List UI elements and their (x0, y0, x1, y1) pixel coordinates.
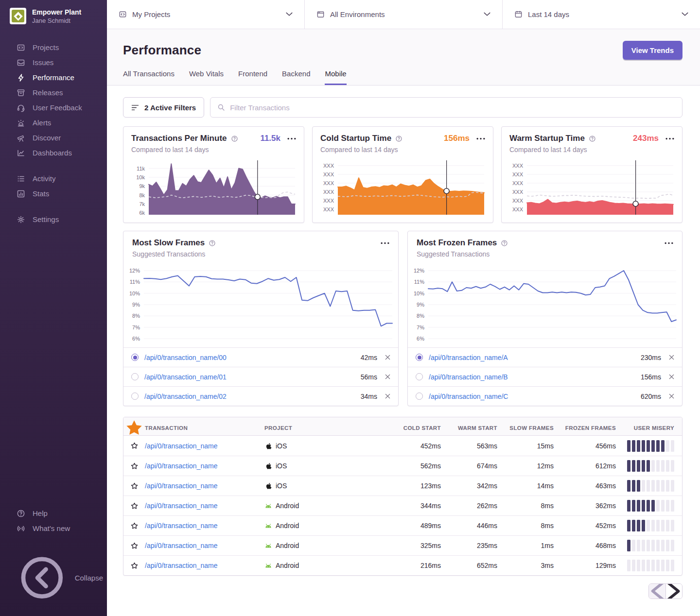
telescope-icon (17, 134, 25, 142)
project-label: iOS (276, 482, 287, 490)
environments-dropdown[interactable]: All Environments (304, 0, 502, 29)
help-icon[interactable] (395, 135, 402, 142)
misery-bar (632, 500, 635, 512)
column-header-frozen-frames[interactable]: FROZEN FRAMES (554, 425, 616, 431)
transaction-link[interactable]: /api/0/transaction_name/01 (144, 373, 227, 381)
radio-button[interactable] (131, 354, 139, 361)
radio-button[interactable] (416, 373, 423, 380)
more-options-icon[interactable] (665, 242, 673, 244)
sidebar-item-settings[interactable]: Settings (0, 212, 107, 227)
headset-icon (17, 103, 25, 112)
sidebar-item-collapse[interactable]: Collapse (0, 549, 107, 606)
card-title: Transactions Per Minute (131, 134, 227, 143)
item-value: 56ms (361, 373, 377, 381)
sidebar-item-activity[interactable]: Activity (0, 171, 107, 186)
card-subtitle: Compared to last 14 days (320, 146, 485, 154)
view-trends-button[interactable]: View Trends (623, 41, 682, 60)
close-icon[interactable] (385, 394, 390, 399)
star-icon[interactable] (130, 442, 139, 450)
star-icon[interactable] (130, 462, 139, 470)
sidebar-item-issues[interactable]: Issues (0, 55, 107, 70)
column-header-warm-start[interactable]: WARM START (441, 425, 497, 431)
help-icon[interactable] (589, 135, 596, 142)
transaction-link[interactable]: /api/0/transaction_name/00 (144, 354, 227, 361)
more-options-icon[interactable] (287, 137, 296, 140)
tab-backend[interactable]: Backend (282, 69, 310, 85)
search-icon (217, 103, 225, 111)
tab-mobile[interactable]: Mobile (325, 69, 346, 85)
transaction-link[interactable]: /api/0/transaction_name (145, 462, 217, 470)
next-page-button[interactable] (665, 584, 682, 599)
sidebar-item-help[interactable]: Help (0, 506, 107, 521)
column-header-slow-frames[interactable]: SLOW FRAMES (497, 425, 554, 431)
more-options-icon[interactable] (381, 242, 389, 244)
misery-bar (647, 480, 650, 492)
topbar: My Projects All Environments Last 14 day… (107, 0, 700, 29)
page-header: Performance View Trends All Transactions… (107, 29, 700, 86)
misery-bar (632, 440, 635, 452)
radio-button[interactable] (416, 393, 423, 400)
transaction-link[interactable]: /api/0/transaction_name (145, 482, 217, 490)
star-icon[interactable] (130, 562, 139, 570)
transaction-link[interactable]: /api/0/transaction_name (145, 502, 217, 510)
sidebar-item-user-feedback[interactable]: User Feedback (0, 100, 107, 115)
tab-web-vitals[interactable]: Web Vitals (189, 69, 224, 85)
close-icon[interactable] (669, 355, 674, 360)
card-transactions-per-minute: Transactions Per Minute 11.5k Compared t… (123, 126, 304, 223)
slow-frames-list: /api/0/transaction_name/00 42ms /api/0/t… (123, 347, 398, 406)
projects-dropdown[interactable]: My Projects (107, 0, 304, 29)
daterange-dropdown[interactable]: Last 14 days (502, 0, 700, 29)
close-icon[interactable] (669, 374, 674, 379)
prev-page-button[interactable] (649, 584, 665, 599)
frozen-frames-value: 612ms (554, 462, 616, 470)
transaction-link[interactable]: /api/0/transaction_name/A (429, 354, 508, 361)
org-switcher[interactable]: Empower Plant Jane Schmidt (0, 0, 107, 27)
card-value: 243ms (633, 134, 659, 143)
close-icon[interactable] (385, 355, 390, 360)
radio-button[interactable] (131, 393, 139, 400)
star-icon[interactable] (130, 522, 139, 530)
svg-text:12%: 12% (414, 268, 424, 274)
more-options-icon[interactable] (476, 137, 485, 140)
more-options-icon[interactable] (665, 137, 674, 140)
column-header-transaction[interactable]: TRANSACTION (145, 425, 264, 431)
star-icon[interactable] (130, 502, 139, 510)
column-header-user-misery[interactable]: USER MISERY (616, 425, 682, 431)
column-header-cold-start[interactable]: COLD START (385, 425, 441, 431)
sidebar-item-performance[interactable]: Performance (0, 70, 107, 85)
sidebar-item-releases[interactable]: Releases (0, 85, 107, 100)
transaction-link[interactable]: /api/0/transaction_name (145, 522, 217, 530)
apple-icon (264, 482, 272, 490)
help-icon[interactable] (209, 240, 216, 247)
transaction-link[interactable]: /api/0/transaction_name (145, 562, 217, 569)
search-input[interactable] (230, 103, 675, 112)
sidebar-item-alerts[interactable]: Alerts (0, 115, 107, 130)
help-icon[interactable] (501, 240, 508, 247)
warm-start-value: 342ms (441, 482, 497, 490)
transaction-link[interactable]: /api/0/transaction_name/B (429, 373, 508, 381)
transaction-link[interactable]: /api/0/transaction_name (145, 442, 217, 450)
help-icon[interactable] (231, 135, 238, 142)
sidebar-item-projects[interactable]: Projects (0, 40, 107, 55)
sidebar-item-dashboards[interactable]: Dashboards (0, 145, 107, 160)
transaction-link[interactable]: /api/0/transaction_name/02 (144, 393, 227, 400)
active-filters-button[interactable]: 2 Active Filters (123, 97, 204, 118)
transaction-link[interactable]: /api/0/transaction_name/C (429, 393, 508, 400)
misery-bar (671, 520, 674, 531)
star-icon[interactable] (130, 482, 139, 490)
chevron-right-icon (666, 583, 682, 599)
project-label: Android (276, 542, 299, 549)
radio-button[interactable] (131, 373, 139, 380)
sidebar-item-stats[interactable]: Stats (0, 186, 107, 201)
tab-frontend[interactable]: Frontend (238, 69, 267, 85)
close-icon[interactable] (385, 374, 390, 379)
column-header-project[interactable]: PROJECT (264, 425, 385, 431)
star-icon[interactable] (130, 542, 139, 550)
radio-button[interactable] (416, 354, 423, 361)
sidebar-item-what-s-new[interactable]: What's new (0, 521, 107, 536)
star-filled-icon[interactable] (123, 417, 145, 439)
tab-all-transactions[interactable]: All Transactions (123, 69, 175, 85)
close-icon[interactable] (669, 394, 674, 399)
transaction-link[interactable]: /api/0/transaction_name (145, 542, 217, 549)
sidebar-item-discover[interactable]: Discover (0, 130, 107, 145)
